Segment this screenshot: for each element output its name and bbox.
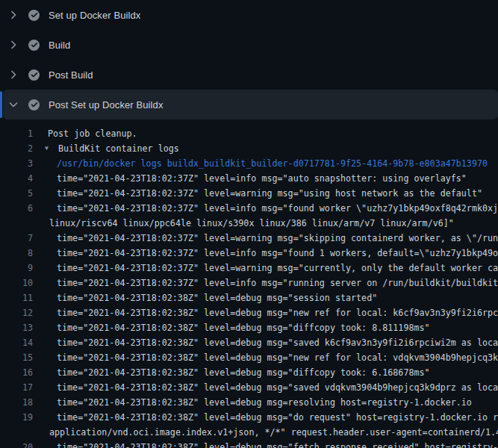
- check-circle-icon: [28, 10, 40, 21]
- log-line: 10 time="2021-04-23T18:02:37Z" level=inf…: [0, 276, 498, 290]
- log-line-number[interactable]: 10: [0, 276, 33, 290]
- log-line: 6 time="2021-04-23T18:02:37Z" level=info…: [0, 201, 498, 216]
- log-line-number[interactable]: 20: [0, 440, 33, 448]
- log-line: 11 time="2021-04-23T18:02:38Z" level=deb…: [0, 290, 498, 305]
- log-line: 3 /usr/bin/docker logs buildx_buildkit_b…: [0, 156, 498, 171]
- chevron-right-icon: [7, 69, 19, 81]
- log-line-number[interactable]: 1: [0, 126, 33, 141]
- check-circle-icon: [28, 99, 40, 111]
- log-line-number[interactable]: 16: [0, 365, 33, 380]
- log-line: 8 time="2021-04-23T18:02:37Z" level=info…: [0, 246, 498, 261]
- chevron-down-icon: [7, 99, 19, 111]
- log-line-text: time="2021-04-23T18:02:37Z" level=info m…: [57, 246, 498, 261]
- log-line: 7 time="2021-04-23T18:02:37Z" level=warn…: [0, 231, 498, 246]
- log-line: 17 time="2021-04-23T18:02:38Z" level=deb…: [0, 380, 498, 395]
- step-row[interactable]: Post Build: [0, 60, 498, 90]
- log-line-text: time="2021-04-23T18:02:38Z" level=debug …: [57, 380, 498, 395]
- log-line-number[interactable]: 6: [0, 201, 33, 216]
- log-line: 20 time="2021-04-23T18:02:38Z" level=deb…: [0, 440, 498, 448]
- step-title: Build: [49, 40, 70, 51]
- actions-log-viewer: Set up Docker Buildx Build Post Build: [0, 0, 498, 448]
- log-line-number[interactable]: 13: [0, 320, 33, 335]
- log-line-number[interactable]: 8: [0, 246, 33, 261]
- log-line-text: time="2021-04-23T18:02:37Z" level=warnin…: [57, 231, 498, 246]
- log-line: 14 time="2021-04-23T18:02:38Z" level=deb…: [0, 335, 498, 350]
- log-line-number[interactable]: 9: [0, 261, 33, 276]
- command-line: /usr/bin/docker logs buildx_buildkit_bui…: [57, 156, 488, 171]
- log-line: linux/riscv64 linux/ppc64le linux/s390x …: [0, 216, 498, 231]
- log-line: 13 time="2021-04-23T18:02:38Z" level=deb…: [0, 320, 498, 335]
- log-line-text: time="2021-04-23T18:02:38Z" level=debug …: [57, 305, 498, 320]
- log-line-text: time="2021-04-23T18:02:37Z" level=warnin…: [57, 186, 482, 201]
- log-line-text: Post job cleanup.: [48, 126, 137, 141]
- log-line-number[interactable]: 2: [0, 141, 33, 156]
- step-row[interactable]: Set up Docker Buildx: [0, 0, 498, 30]
- steps-list: Set up Docker Buildx Build Post Build: [0, 0, 498, 119]
- log-line-text: application/vnd.oci.image.index.v1+json,…: [49, 425, 498, 440]
- log-line-text: time="2021-04-23T18:02:37Z" level=info m…: [57, 276, 498, 290]
- log-line-number[interactable]: 17: [0, 380, 33, 395]
- log-line-number[interactable]: 11: [0, 290, 33, 305]
- log-line-text: time="2021-04-23T18:02:38Z" level=debug …: [57, 290, 377, 305]
- log-line-text: time="2021-04-23T18:02:37Z" level=info m…: [57, 171, 467, 186]
- log-line: 18 time="2021-04-23T18:02:38Z" level=deb…: [0, 395, 498, 410]
- log-line: 9 time="2021-04-23T18:02:37Z" level=warn…: [0, 261, 498, 276]
- step-row[interactable]: Post Set up Docker Buildx: [3, 90, 498, 119]
- log-line-text: time="2021-04-23T18:02:38Z" level=debug …: [57, 320, 430, 335]
- log-line: 1 Post job cleanup.: [0, 126, 498, 141]
- log-line-text: time="2021-04-23T18:02:38Z" level=debug …: [57, 365, 430, 380]
- log-line: 12 time="2021-04-23T18:02:38Z" level=deb…: [0, 305, 498, 320]
- log-line: 2 ▼ BuildKit container logs: [0, 141, 498, 156]
- log-line-number[interactable]: 4: [0, 171, 33, 186]
- log-line-number[interactable]: 7: [0, 231, 33, 246]
- step-row[interactable]: Build: [0, 30, 498, 60]
- log-line-text: time="2021-04-23T18:02:38Z" level=debug …: [57, 335, 498, 350]
- step-title: Post Set up Docker Buildx: [49, 99, 164, 111]
- log-line-number[interactable]: [0, 425, 33, 440]
- log-line-number[interactable]: 18: [0, 395, 33, 410]
- log-line-number[interactable]: [0, 216, 33, 231]
- group-collapse-icon[interactable]: ▼: [45, 141, 58, 156]
- log-line-text: time="2021-04-23T18:02:37Z" level=info m…: [57, 201, 498, 216]
- log-line-number[interactable]: 5: [0, 186, 33, 201]
- log-line-text: BuildKit container logs: [58, 141, 179, 156]
- log-line: 15 time="2021-04-23T18:02:38Z" level=deb…: [0, 350, 498, 365]
- log-line-text: time="2021-04-23T18:02:37Z" level=warnin…: [57, 261, 498, 276]
- check-circle-icon: [28, 40, 40, 51]
- log-line-text: time="2021-04-23T18:02:38Z" level=debug …: [57, 440, 498, 448]
- log-line-number[interactable]: 19: [0, 410, 33, 425]
- step-title: Post Build: [49, 69, 93, 81]
- check-circle-icon: [28, 69, 40, 81]
- log-line-number[interactable]: 12: [0, 305, 33, 320]
- log-line-text: time="2021-04-23T18:02:38Z" level=debug …: [57, 410, 498, 425]
- chevron-right-icon: [7, 39, 19, 51]
- log-line: 4 time="2021-04-23T18:02:37Z" level=info…: [0, 171, 498, 186]
- log-line: 5 time="2021-04-23T18:02:37Z" level=warn…: [0, 186, 498, 201]
- log-area: 1 Post job cleanup. 2 ▼ BuildKit contain…: [0, 119, 498, 448]
- log-line-text: linux/riscv64 linux/ppc64le linux/s390x …: [49, 216, 454, 231]
- log-line-number[interactable]: 14: [0, 335, 33, 350]
- log-line-number[interactable]: 3: [0, 156, 33, 171]
- step-title: Set up Docker Buildx: [49, 10, 140, 21]
- chevron-right-icon: [7, 9, 19, 21]
- log-line-text: time="2021-04-23T18:02:38Z" level=debug …: [57, 350, 498, 365]
- log-line-text: time="2021-04-23T18:02:38Z" level=debug …: [57, 395, 472, 410]
- log-line-number[interactable]: 15: [0, 350, 33, 365]
- log-line: application/vnd.oci.image.index.v1+json,…: [0, 425, 498, 440]
- log-line: 19 time="2021-04-23T18:02:38Z" level=deb…: [0, 410, 498, 425]
- log-line: 16 time="2021-04-23T18:02:38Z" level=deb…: [0, 365, 498, 380]
